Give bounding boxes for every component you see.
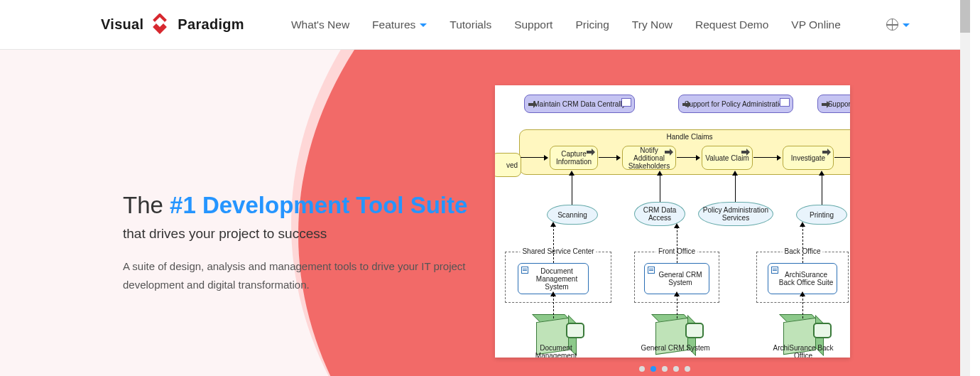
diagram-device-back: ArchiSurance Back Office	[775, 316, 834, 358]
arrow-icon	[682, 101, 691, 108]
carousel-dots	[639, 366, 690, 372]
arrow-icon	[741, 149, 750, 156]
arrow-icon	[587, 149, 595, 156]
diagram-lane-handle-claims: Handle Claims ved Capture Information No…	[519, 129, 850, 175]
hero-copy: The #1 Development Tool Suite that drive…	[123, 192, 478, 294]
logo-text-left: Visual	[101, 16, 143, 33]
diagram-service-policy: Policy Administration Services	[698, 202, 773, 226]
diagram-process-support-cut: Support f	[817, 95, 850, 113]
connector	[802, 225, 803, 263]
arrowhead-icon	[550, 222, 556, 227]
carousel-dot-4[interactable]	[685, 366, 690, 372]
chevron-down-icon	[903, 23, 910, 27]
connector	[553, 225, 554, 263]
arrowhead-icon	[569, 171, 575, 176]
diagram-system-dms: Document Management System	[518, 263, 589, 294]
nav-features[interactable]: Features	[372, 18, 427, 31]
nav-tutorials[interactable]: Tutorials	[450, 18, 491, 31]
connector	[660, 176, 660, 202]
hero-headline: The #1 Development Tool Suite	[123, 192, 478, 219]
component-icon	[648, 267, 655, 274]
diagram-device-dms: Document Management	[528, 316, 587, 358]
arrow-icon	[677, 157, 699, 158]
nav-support[interactable]: Support	[514, 18, 552, 31]
connector	[572, 176, 572, 205]
nav-pricing[interactable]: Pricing	[575, 18, 609, 31]
arrow-icon	[834, 157, 850, 158]
component-icon	[771, 267, 778, 274]
arrow-icon	[528, 101, 537, 108]
arrowhead-icon	[800, 291, 805, 296]
arrow-icon	[822, 149, 831, 156]
logo-text-right: Paradigm	[178, 16, 244, 33]
arrowhead-icon	[657, 171, 663, 176]
connector	[677, 227, 677, 263]
connector	[677, 295, 677, 318]
arrowhead-icon	[819, 171, 824, 176]
diagram-activity-valuate: Valuate Claim	[702, 146, 753, 170]
connector	[802, 295, 803, 318]
connector	[822, 176, 822, 205]
diagram-activity-capture: Capture Information	[550, 146, 598, 170]
arrowhead-icon	[674, 291, 680, 296]
arrow-icon	[665, 149, 673, 156]
component-icon	[521, 267, 528, 274]
note-icon	[621, 98, 631, 107]
arrow-icon	[753, 157, 780, 158]
logo[interactable]: Visual Paradigm	[101, 14, 244, 36]
browser-scrollbar-track[interactable]	[960, 0, 970, 376]
connector	[735, 176, 736, 202]
primary-nav: What's New Features Tutorials Support Pr…	[291, 18, 910, 31]
diagram-process-maintain-crm: Maintain CRM Data Centrally	[524, 95, 635, 113]
diagram-activity-investigate: Investigate	[783, 146, 834, 170]
hero-headline-highlight: #1 Development Tool Suite	[170, 192, 467, 218]
arrowhead-icon	[674, 223, 680, 228]
nav-try-now[interactable]: Try Now	[632, 18, 673, 31]
nav-request-demo[interactable]: Request Demo	[695, 18, 768, 31]
hero-diagram: Maintain CRM Data Centrally Support for …	[495, 85, 850, 358]
language-switcher[interactable]	[886, 18, 910, 31]
carousel-dot-2[interactable]	[662, 366, 668, 372]
diagram-device-crm: General CRM System	[647, 316, 707, 358]
diagram-service-crm: CRM Data Access	[634, 202, 685, 226]
hero-section: The #1 Development Tool Suite that drive…	[0, 50, 970, 376]
nav-vp-online[interactable]: VP Online	[791, 18, 841, 31]
arrowhead-icon	[732, 171, 738, 176]
hero-subheadline: that drives your project to success	[123, 226, 478, 242]
diagram-process-policy-admin: Support for Policy Administration	[678, 95, 793, 113]
connector	[553, 295, 554, 318]
logo-mark-icon	[149, 14, 172, 36]
chevron-down-icon	[420, 23, 427, 27]
carousel-dot-3[interactable]	[673, 366, 679, 372]
arrowhead-icon	[550, 291, 556, 296]
note-icon	[780, 98, 790, 107]
diagram-activity-notify: Notify Additional Stakeholders	[622, 146, 676, 170]
carousel-dot-0[interactable]	[639, 366, 645, 372]
top-nav: Visual Paradigm What's New Features Tuto…	[0, 0, 970, 50]
arrow-icon	[599, 157, 620, 158]
nav-whats-new[interactable]: What's New	[291, 18, 349, 31]
browser-scrollbar-thumb[interactable]	[960, 0, 970, 33]
globe-icon	[886, 18, 898, 31]
hero-headline-prefix: The	[123, 192, 170, 218]
diagram-activity-received-cut: ved	[495, 153, 521, 177]
carousel-dot-1[interactable]	[650, 366, 656, 372]
arrowhead-icon	[800, 222, 805, 227]
diagram-system-back: ArchiSurance Back Office Suite	[768, 263, 837, 294]
arrow-icon	[822, 101, 830, 108]
arrow-icon	[521, 157, 548, 158]
diagram-system-crm: General CRM System	[644, 263, 709, 294]
hero-blurb: A suite of design, analysis and manageme…	[123, 257, 478, 295]
